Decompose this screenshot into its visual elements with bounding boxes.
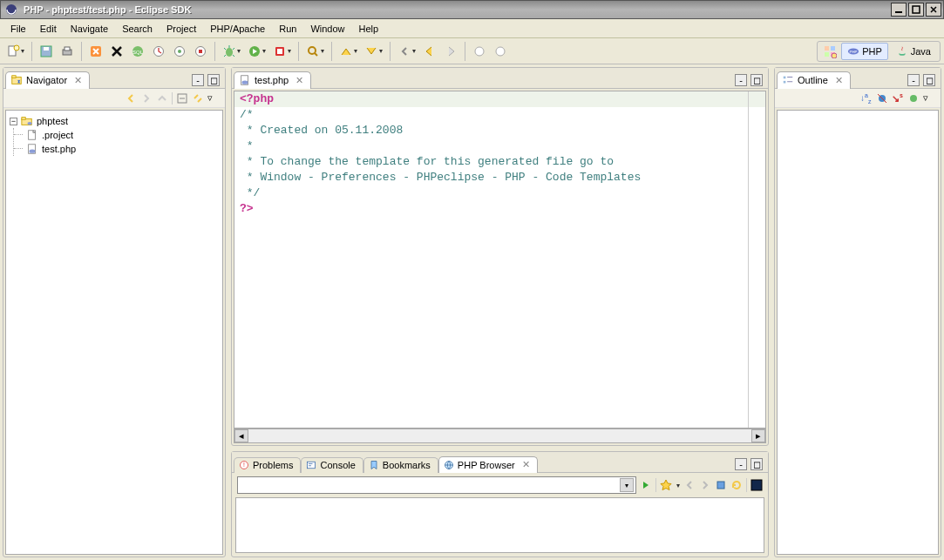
scroll-right-arrow-icon[interactable]: ▸ [751,429,765,442]
browser-stop-icon[interactable] [715,479,727,491]
perspective-java[interactable]: Java [890,43,937,60]
minimize-button[interactable] [891,3,907,17]
tab-php-browser[interactable]: PHP Browser ✕ [438,456,538,473]
outline-body[interactable] [777,110,939,555]
open-perspective-button[interactable] [820,42,839,61]
browser-forward-icon[interactable] [699,479,711,491]
menu-project[interactable]: Project [160,21,203,37]
nav-back-icon[interactable] [125,92,137,105]
navigator-close-icon[interactable]: ✕ [74,75,82,86]
server-aux2-button[interactable] [191,42,210,61]
php-file-icon [239,74,251,86]
print-button[interactable] [58,42,77,61]
sql-button[interactable]: SQL [128,42,147,61]
maximize-button[interactable] [908,3,924,17]
editor-tab[interactable]: test.php ✕ [234,71,311,89]
problems-icon: ! [239,460,249,470]
outline-maximize-button[interactable]: ◻ [923,74,935,86]
menu-php-apache[interactable]: PHP/Apache [203,21,272,37]
menu-navigate[interactable]: Navigate [64,21,115,37]
svg-rect-16 [199,50,202,53]
restart-button[interactable] [149,42,168,61]
bottom-maximize-button[interactable]: ◻ [750,458,763,470]
tree-project-row[interactable]: − phptest [10,114,219,128]
menu-file[interactable]: File [3,21,33,37]
navigator-tree[interactable]: − phptest .project test.php [5,110,223,555]
outline-close-icon[interactable]: ✕ [835,75,843,86]
browser-tab-close-icon[interactable]: ✕ [522,459,530,470]
editor-overview-ruler[interactable] [748,91,757,428]
forward-button[interactable] [441,42,460,61]
close-button[interactable] [926,3,941,17]
outline-hide-static-icon[interactable]: ↘s [892,92,904,105]
debug-button[interactable]: ▾ [220,42,243,61]
browser-refresh-icon[interactable] [730,479,743,491]
external-tools-button[interactable]: ▾ [270,42,294,61]
scroll-left-arrow-icon[interactable]: ◂ [234,429,248,442]
bottom-minimize-button[interactable]: ‐ [735,458,747,470]
browser-back-icon[interactable] [683,479,696,491]
browser-content[interactable] [235,497,764,553]
url-input[interactable]: ▾ [237,476,636,494]
outline-hide-nonpublic-icon[interactable] [907,92,920,105]
navigator-tab-label: Navigator [26,75,67,85]
menu-help[interactable]: Help [352,21,386,37]
svg-rect-8 [65,47,70,51]
tree-file-label: .project [42,130,73,140]
server-aux1-button[interactable] [170,42,189,61]
back-small-button[interactable]: ▾ [395,42,418,61]
tree-file-row[interactable]: .project [26,128,219,142]
run-button[interactable]: ▾ [245,42,268,61]
menu-edit[interactable]: Edit [33,21,64,37]
outline-hide-fields-icon[interactable] [876,92,888,105]
aux-b-button[interactable] [491,42,510,61]
link-editor-icon[interactable] [192,92,204,105]
browser-go-icon[interactable] [640,479,652,491]
java-perspective-icon [896,45,908,57]
outline-tab[interactable]: Outline ✕ [777,71,851,89]
tree-file-row[interactable]: test.php [26,142,219,156]
view-menu-icon[interactable]: ▿ [207,92,220,105]
code-editor[interactable]: <?php /* * Created on 05.11.2008 * * To … [234,91,766,428]
menu-run[interactable]: Run [272,21,303,37]
perspective-php[interactable]: PHP PHP [841,43,888,60]
stop-server-button[interactable] [107,42,126,61]
tree-toggle-icon[interactable]: − [10,118,17,125]
xampp-button[interactable] [86,42,105,61]
navigator-tab[interactable]: Navigator ✕ [5,71,90,89]
new-button[interactable]: ▾ [3,42,27,61]
editor-maximize-button[interactable]: ◻ [750,74,763,86]
collapse-all-icon[interactable] [176,92,188,105]
tree-file-label: test.php [42,144,76,154]
search-button[interactable]: ▾ [303,42,327,61]
annotations-prev-button[interactable]: ▾ [336,42,360,61]
editor-horizontal-scrollbar[interactable]: ◂ ▸ [234,428,766,443]
nav-up-icon[interactable] [156,92,168,105]
aux-a-button[interactable] [470,42,489,61]
outline-minimize-button[interactable]: ‐ [907,74,920,86]
tab-bookmarks[interactable]: Bookmarks [363,457,438,473]
back-button[interactable] [420,42,439,61]
nav-fwd-icon[interactable] [140,92,153,105]
browser-presentation-icon[interactable] [750,479,763,491]
svg-point-36 [27,122,31,125]
tab-console[interactable]: Console [301,457,363,473]
svg-rect-6 [44,47,49,51]
project-folder-icon [21,115,33,127]
annotations-next-button[interactable]: ▾ [362,42,385,61]
url-dropdown-icon[interactable]: ▾ [620,478,634,492]
outline-toolbar: ↓az ↘s ▿ [775,89,941,108]
view-maximize-button[interactable]: ◻ [207,74,220,86]
outline-sort-icon[interactable]: ↓az [860,92,873,105]
menu-window[interactable]: Window [303,21,351,37]
editor-minimize-button[interactable]: ‐ [735,74,747,86]
code-token-php-open: <?php [240,92,274,105]
tab-problems[interactable]: ! Problems [234,457,301,473]
bookmark-icon [369,460,379,470]
editor-close-icon[interactable]: ✕ [295,75,303,86]
menu-search[interactable]: Search [115,21,160,37]
outline-menu-icon[interactable]: ▿ [923,92,935,105]
view-minimize-button[interactable]: ‐ [192,74,204,86]
save-button[interactable] [37,42,56,61]
browser-favorite-icon[interactable] [660,479,672,491]
